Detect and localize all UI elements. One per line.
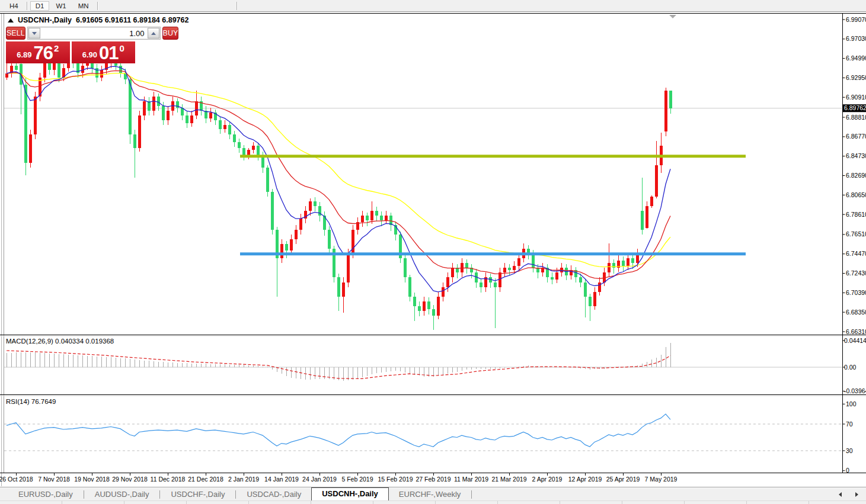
svg-text:11 Mar 2019: 11 Mar 2019: [454, 476, 488, 483]
rsi-indicator-label: RSI(14) 76.7649: [6, 398, 56, 405]
ohlc-readout: 6.91605 6.91611 6.89184 6.89762: [76, 16, 188, 24]
svg-text:21 Dec 2018: 21 Dec 2018: [188, 476, 223, 483]
buy-price-point: 0: [119, 43, 124, 53]
svg-text:11 Dec 2018: 11 Dec 2018: [151, 476, 186, 483]
svg-text:-0.03964: -0.03964: [844, 387, 866, 394]
tab-eurusd-daily[interactable]: EURUSD-,Daily: [8, 489, 83, 500]
candles-layer: [5, 52, 672, 330]
tab-usdcnh-daily[interactable]: USDCNH-,Daily: [311, 487, 389, 500]
volume-spinner: [27, 27, 161, 40]
tabbar-scroll-left-button[interactable]: [836, 491, 843, 498]
buy-button[interactable]: BUY: [162, 27, 179, 40]
svg-text:0: 0: [846, 467, 849, 474]
svg-text:19 Nov 2018: 19 Nov 2018: [74, 476, 110, 483]
timeframe-w1-button[interactable]: W1: [50, 1, 71, 11]
svg-text:25 Apr 2019: 25 Apr 2019: [606, 476, 640, 483]
svg-text:6.84730: 6.84730: [846, 152, 866, 159]
tab-separator: [471, 490, 472, 499]
price-chart-canvas[interactable]: 6.990706.970306.949906.929506.909106.888…: [0, 12, 866, 487]
scroll-right-icon: [855, 492, 858, 497]
svg-text:24 Jan 2019: 24 Jan 2019: [302, 476, 337, 483]
tabbar-scroll-right-button[interactable]: [853, 491, 860, 498]
svg-text:0.00: 0.00: [844, 364, 857, 371]
buy-price-prefix: 6.90: [82, 51, 97, 62]
volume-decrease-button[interactable]: [28, 28, 40, 38]
svg-text:29 Nov 2018: 29 Nov 2018: [112, 476, 148, 483]
svg-text:27 Feb 2019: 27 Feb 2019: [416, 476, 451, 483]
tab-separator: [159, 490, 160, 499]
chart-shift-icon: [669, 15, 676, 18]
tab-separator: [84, 490, 84, 499]
svg-text:21 Mar 2019: 21 Mar 2019: [492, 476, 527, 483]
tab-separator: [235, 490, 236, 499]
toolbar-separator: [237, 2, 237, 10]
svg-text:6.94990: 6.94990: [846, 54, 866, 62]
timeframe-toolbar: H4 D1 W1 MN: [0, 0, 866, 12]
svg-text:0.044143: 0.044143: [844, 337, 866, 344]
volume-increase-button[interactable]: [148, 28, 159, 38]
svg-text:7 Nov 2018: 7 Nov 2018: [38, 476, 70, 483]
sell-price-panel[interactable]: 6.89 76 2: [6, 41, 70, 63]
status-strip: [0, 500, 866, 504]
toolbar-separator: [27, 2, 27, 10]
svg-text:6.80650: 6.80650: [846, 191, 866, 198]
svg-text:6.76510: 6.76510: [846, 230, 866, 237]
svg-text:6.86770: 6.86770: [846, 133, 866, 140]
svg-text:6.99070: 6.99070: [846, 16, 866, 23]
chart-tabbar: EURUSD-,Daily AUDUSD-,Daily USDCHF-,Dail…: [0, 487, 866, 500]
svg-text:15 Feb 2019: 15 Feb 2019: [378, 476, 413, 483]
timeframe-d1-button[interactable]: D1: [30, 1, 50, 11]
svg-text:6.68350: 6.68350: [846, 309, 866, 316]
svg-text:26 Oct 2018: 26 Oct 2018: [0, 476, 33, 483]
tab-usdchf-daily[interactable]: USDCHF-,Daily: [161, 489, 235, 500]
svg-text:7 May 2019: 7 May 2019: [645, 476, 678, 483]
price-axis: 6.990706.970306.949906.929506.909106.888…: [843, 16, 866, 335]
macd-layer: 0.0441430.00-0.03964: [4, 337, 866, 394]
tab-eurchf-weekly[interactable]: EURCHF-,Weekly: [389, 489, 471, 500]
toolbar-separator: [97, 2, 98, 10]
spinner-up-icon: [151, 32, 156, 35]
svg-text:6.97030: 6.97030: [846, 35, 866, 42]
svg-text:2 Jan 2019: 2 Jan 2019: [228, 476, 259, 483]
moving-averages-layer: [7, 66, 670, 292]
symbol-period-label: USDCNH-,Daily: [18, 16, 72, 24]
svg-text:6.70390: 6.70390: [846, 289, 866, 296]
rsi-layer: 10070300: [4, 400, 857, 474]
buy-price-pips: 01: [99, 44, 118, 62]
svg-text:6.72430: 6.72430: [846, 269, 866, 277]
date-axis: 26 Oct 20187 Nov 201819 Nov 201829 Nov 2…: [0, 473, 678, 483]
sell-button[interactable]: SELL: [6, 27, 25, 40]
svg-text:14 Jan 2019: 14 Jan 2019: [264, 476, 299, 483]
svg-text:6.88810: 6.88810: [846, 114, 866, 121]
scroll-left-icon: [839, 492, 842, 497]
chart-title: USDCNH-,Daily 6.91605 6.91611 6.89184 6.…: [8, 16, 188, 24]
volume-input[interactable]: [40, 28, 148, 38]
svg-text:12 Apr 2019: 12 Apr 2019: [568, 476, 602, 483]
svg-text:6.89762: 6.89762: [844, 104, 866, 111]
timeframe-mn-button[interactable]: MN: [73, 1, 94, 11]
svg-text:70: 70: [846, 420, 853, 428]
tab-audusd-daily[interactable]: AUDUSD-,Daily: [85, 489, 159, 500]
tab-usdcad-daily[interactable]: USDCAD-,Daily: [237, 489, 311, 500]
svg-text:30: 30: [846, 447, 853, 454]
buy-price-panel[interactable]: 6.90 01 0: [72, 41, 136, 63]
sell-price-prefix: 6.89: [17, 51, 31, 62]
timeframe-h4-button[interactable]: H4: [4, 1, 24, 11]
macd-indicator-label: MACD(12,26,9) 0.040334 0.019368: [6, 338, 114, 345]
spinner-down-icon: [32, 32, 37, 35]
svg-text:6.82690: 6.82690: [846, 172, 866, 179]
svg-text:6.66310: 6.66310: [846, 328, 866, 335]
collapse-trade-panel-icon[interactable]: [8, 18, 14, 23]
svg-text:100: 100: [846, 400, 857, 407]
one-click-trading-panel: SELL BUY 6.89 76 2 6.90 01 0: [6, 27, 135, 63]
sell-price-pips: 76: [33, 44, 52, 62]
svg-text:2 Apr 2019: 2 Apr 2019: [532, 476, 563, 483]
svg-text:5 Feb 2019: 5 Feb 2019: [341, 476, 373, 483]
svg-text:6.92950: 6.92950: [846, 74, 866, 81]
svg-text:6.74470: 6.74470: [846, 250, 866, 257]
sell-price-point: 2: [54, 43, 59, 53]
svg-text:6.78610: 6.78610: [846, 211, 866, 218]
svg-text:6.90910: 6.90910: [846, 94, 866, 101]
